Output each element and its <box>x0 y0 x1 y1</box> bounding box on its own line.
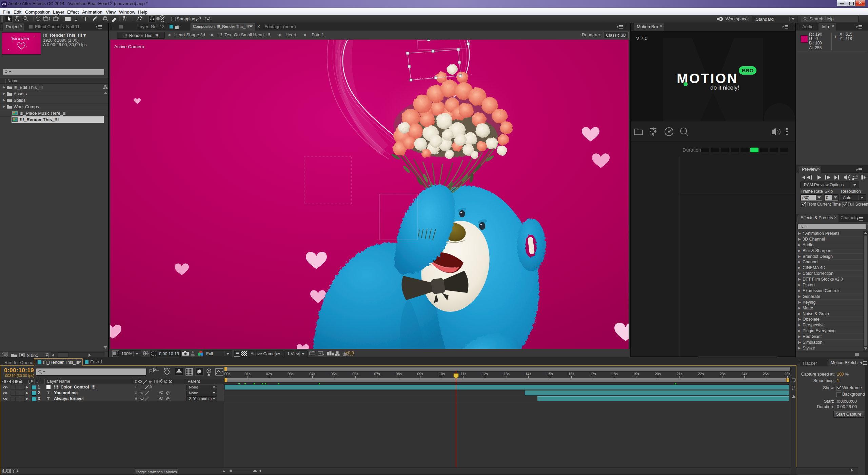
svg-text:do it nicely!: do it nicely! <box>710 84 739 91</box>
svg-text:Active Camera: Active Camera <box>114 44 144 49</box>
svg-text:v 2.0: v 2.0 <box>636 35 648 41</box>
svg-text:BRO: BRO <box>742 68 753 73</box>
svg-text:fx: fx <box>149 380 152 384</box>
